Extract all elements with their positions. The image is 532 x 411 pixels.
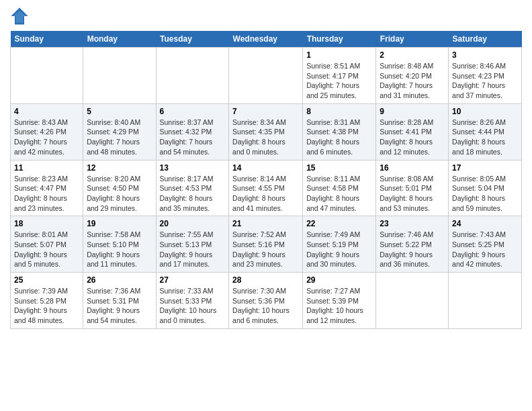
weekday-header-saturday: Saturday xyxy=(449,31,522,48)
day-number: 16 xyxy=(380,163,445,173)
day-cell xyxy=(376,273,449,329)
day-info: Sunrise: 7:49 AM Sunset: 5:19 PM Dayligh… xyxy=(306,230,372,269)
day-info: Sunrise: 7:27 AM Sunset: 5:39 PM Dayligh… xyxy=(306,286,372,326)
day-cell: 8Sunrise: 8:31 AM Sunset: 4:38 PM Daylig… xyxy=(303,103,376,160)
day-number: 24 xyxy=(452,219,518,228)
day-cell: 25Sunrise: 7:39 AM Sunset: 5:28 PM Dayli… xyxy=(11,273,83,329)
day-number: 15 xyxy=(306,163,372,173)
day-cell: 13Sunrise: 8:17 AM Sunset: 4:53 PM Dayli… xyxy=(156,160,229,216)
day-info: Sunrise: 7:33 AM Sunset: 5:33 PM Dayligh… xyxy=(160,286,226,326)
day-info: Sunrise: 7:43 AM Sunset: 5:25 PM Dayligh… xyxy=(452,230,518,269)
week-row-4: 18Sunrise: 8:01 AM Sunset: 5:07 PM Dayli… xyxy=(11,216,522,273)
day-info: Sunrise: 7:30 AM Sunset: 5:36 PM Dayligh… xyxy=(232,286,299,326)
logo xyxy=(10,7,32,26)
day-number: 26 xyxy=(87,275,152,285)
day-cell: 21Sunrise: 7:52 AM Sunset: 5:16 PM Dayli… xyxy=(229,216,303,273)
day-number: 3 xyxy=(452,50,518,60)
day-cell: 19Sunrise: 7:58 AM Sunset: 5:10 PM Dayli… xyxy=(83,216,156,273)
day-cell: 4Sunrise: 8:43 AM Sunset: 4:26 PM Daylig… xyxy=(11,103,83,160)
day-info: Sunrise: 8:23 AM Sunset: 4:47 PM Dayligh… xyxy=(14,174,79,214)
weekday-header-monday: Monday xyxy=(83,31,156,48)
day-info: Sunrise: 7:36 AM Sunset: 5:31 PM Dayligh… xyxy=(87,286,152,326)
day-number: 25 xyxy=(14,275,79,285)
day-info: Sunrise: 7:39 AM Sunset: 5:28 PM Dayligh… xyxy=(14,286,79,326)
day-info: Sunrise: 8:20 AM Sunset: 4:50 PM Dayligh… xyxy=(87,174,152,214)
weekday-header-sunday: Sunday xyxy=(11,31,83,48)
day-info: Sunrise: 8:31 AM Sunset: 4:38 PM Dayligh… xyxy=(306,118,372,157)
day-info: Sunrise: 8:14 AM Sunset: 4:55 PM Dayligh… xyxy=(232,174,299,214)
day-number: 8 xyxy=(306,107,372,116)
week-row-5: 25Sunrise: 7:39 AM Sunset: 5:28 PM Dayli… xyxy=(11,273,522,329)
page-header xyxy=(10,7,522,26)
weekday-header-row: SundayMondayTuesdayWednesdayThursdayFrid… xyxy=(11,31,522,48)
day-number: 5 xyxy=(87,107,152,116)
day-number: 27 xyxy=(160,275,226,285)
day-cell: 11Sunrise: 8:23 AM Sunset: 4:47 PM Dayli… xyxy=(11,160,83,216)
day-info: Sunrise: 8:17 AM Sunset: 4:53 PM Dayligh… xyxy=(160,174,226,214)
day-cell: 18Sunrise: 8:01 AM Sunset: 5:07 PM Dayli… xyxy=(11,216,83,273)
day-cell: 3Sunrise: 8:46 AM Sunset: 4:23 PM Daylig… xyxy=(449,48,522,104)
weekday-header-friday: Friday xyxy=(376,31,449,48)
day-info: Sunrise: 8:05 AM Sunset: 5:04 PM Dayligh… xyxy=(452,174,518,214)
day-info: Sunrise: 8:51 AM Sunset: 4:17 PM Dayligh… xyxy=(306,61,372,101)
day-number: 23 xyxy=(380,219,445,228)
day-info: Sunrise: 8:43 AM Sunset: 4:26 PM Dayligh… xyxy=(14,118,79,157)
day-cell: 9Sunrise: 8:28 AM Sunset: 4:41 PM Daylig… xyxy=(376,103,449,160)
day-cell: 1Sunrise: 8:51 AM Sunset: 4:17 PM Daylig… xyxy=(303,48,376,104)
day-number: 7 xyxy=(232,107,299,116)
day-number: 6 xyxy=(160,107,226,116)
day-info: Sunrise: 7:55 AM Sunset: 5:13 PM Dayligh… xyxy=(160,230,226,269)
day-number: 13 xyxy=(160,163,226,173)
day-cell: 27Sunrise: 7:33 AM Sunset: 5:33 PM Dayli… xyxy=(156,273,229,329)
day-cell: 6Sunrise: 8:37 AM Sunset: 4:32 PM Daylig… xyxy=(156,103,229,160)
day-info: Sunrise: 8:11 AM Sunset: 4:58 PM Dayligh… xyxy=(306,174,372,214)
day-number: 9 xyxy=(380,107,445,116)
day-number: 22 xyxy=(306,219,372,228)
day-info: Sunrise: 8:48 AM Sunset: 4:20 PM Dayligh… xyxy=(380,61,445,101)
day-number: 29 xyxy=(306,275,372,285)
day-info: Sunrise: 7:46 AM Sunset: 5:22 PM Dayligh… xyxy=(380,230,445,269)
day-number: 28 xyxy=(232,275,299,285)
day-cell xyxy=(449,273,522,329)
day-cell: 23Sunrise: 7:46 AM Sunset: 5:22 PM Dayli… xyxy=(376,216,449,273)
day-cell: 28Sunrise: 7:30 AM Sunset: 5:36 PM Dayli… xyxy=(229,273,303,329)
day-cell: 2Sunrise: 8:48 AM Sunset: 4:20 PM Daylig… xyxy=(376,48,449,104)
day-info: Sunrise: 7:58 AM Sunset: 5:10 PM Dayligh… xyxy=(87,230,152,269)
day-cell: 12Sunrise: 8:20 AM Sunset: 4:50 PM Dayli… xyxy=(83,160,156,216)
day-number: 20 xyxy=(160,219,226,228)
day-number: 19 xyxy=(87,219,152,228)
day-info: Sunrise: 7:52 AM Sunset: 5:16 PM Dayligh… xyxy=(232,230,299,269)
week-row-2: 4Sunrise: 8:43 AM Sunset: 4:26 PM Daylig… xyxy=(11,103,522,160)
weekday-header-thursday: Thursday xyxy=(303,31,376,48)
day-cell: 24Sunrise: 7:43 AM Sunset: 5:25 PM Dayli… xyxy=(449,216,522,273)
weekday-header-wednesday: Wednesday xyxy=(229,31,303,48)
week-row-1: 1Sunrise: 8:51 AM Sunset: 4:17 PM Daylig… xyxy=(11,48,522,104)
day-number: 2 xyxy=(380,50,445,60)
day-cell: 14Sunrise: 8:14 AM Sunset: 4:55 PM Dayli… xyxy=(229,160,303,216)
day-cell xyxy=(156,48,229,104)
day-number: 17 xyxy=(452,163,518,173)
day-cell: 29Sunrise: 7:27 AM Sunset: 5:39 PM Dayli… xyxy=(303,273,376,329)
weekday-header-tuesday: Tuesday xyxy=(156,31,229,48)
day-number: 14 xyxy=(232,163,299,173)
day-number: 4 xyxy=(14,107,79,116)
day-number: 11 xyxy=(14,163,79,173)
day-number: 1 xyxy=(306,50,372,60)
day-info: Sunrise: 8:01 AM Sunset: 5:07 PM Dayligh… xyxy=(14,230,79,269)
day-cell: 17Sunrise: 8:05 AM Sunset: 5:04 PM Dayli… xyxy=(449,160,522,216)
day-info: Sunrise: 8:08 AM Sunset: 5:01 PM Dayligh… xyxy=(380,174,445,214)
day-number: 21 xyxy=(232,219,299,228)
day-cell: 26Sunrise: 7:36 AM Sunset: 5:31 PM Dayli… xyxy=(83,273,156,329)
day-info: Sunrise: 8:46 AM Sunset: 4:23 PM Dayligh… xyxy=(452,61,518,101)
day-cell: 15Sunrise: 8:11 AM Sunset: 4:58 PM Dayli… xyxy=(303,160,376,216)
week-row-3: 11Sunrise: 8:23 AM Sunset: 4:47 PM Dayli… xyxy=(11,160,522,216)
day-cell xyxy=(229,48,303,104)
day-info: Sunrise: 8:34 AM Sunset: 4:35 PM Dayligh… xyxy=(232,118,299,157)
day-cell: 10Sunrise: 8:26 AM Sunset: 4:44 PM Dayli… xyxy=(449,103,522,160)
logo-icon xyxy=(10,7,29,26)
day-number: 18 xyxy=(14,219,79,228)
day-number: 10 xyxy=(452,107,518,116)
day-cell xyxy=(83,48,156,104)
day-cell: 7Sunrise: 8:34 AM Sunset: 4:35 PM Daylig… xyxy=(229,103,303,160)
day-cell: 5Sunrise: 8:40 AM Sunset: 4:29 PM Daylig… xyxy=(83,103,156,160)
